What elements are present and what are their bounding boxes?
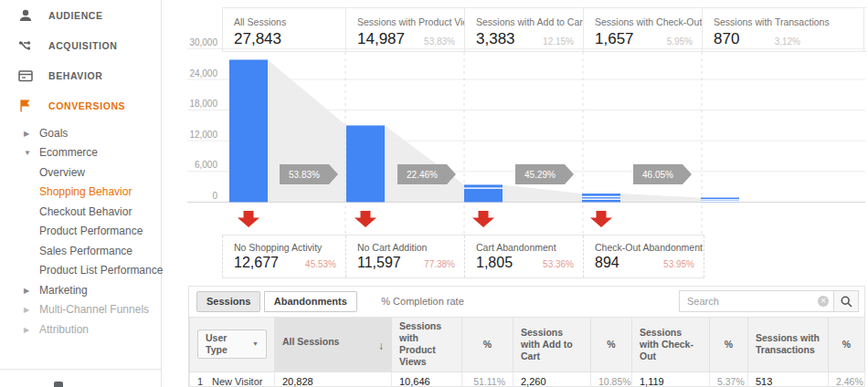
- sidebar-item-behavior[interactable]: BEHAVIOR: [0, 60, 161, 90]
- sidebar-item-marketing[interactable]: ▶ Marketing: [0, 280, 161, 300]
- stage-card-check-out: Sessions with Check-Out 1,6575.95%: [583, 8, 702, 51]
- transactions-cell: 513: [748, 371, 829, 387]
- sidebar-item-multi-channel-funnels[interactable]: ▶ Multi-Channel Funnels: [0, 300, 161, 320]
- column-header-check-out[interactable]: Sessions with Check-Out: [632, 318, 710, 372]
- stage-label: All Sessions: [234, 16, 336, 27]
- pct-cell: 2.46%: [829, 371, 865, 387]
- column-header-user-type[interactable]: User Type▼: [190, 318, 275, 372]
- column-header-pct[interactable]: %: [829, 318, 865, 372]
- red-down-arrow-icon: [590, 211, 612, 227]
- svg-text:24,000: 24,000: [189, 68, 217, 78]
- sidebar-item-acquisition[interactable]: ACQUISITION: [0, 30, 161, 60]
- bar-check-out[interactable]: [582, 194, 620, 202]
- aband-pct: 53.36%: [543, 259, 574, 271]
- transition-badge: 45.29%: [515, 164, 565, 184]
- bar-split-line: [464, 187, 503, 188]
- search-button[interactable]: [834, 290, 859, 312]
- sidebar-item-ecommerce[interactable]: ▼ Ecommerce: [0, 143, 161, 163]
- pct-cell: 51.11%: [462, 371, 513, 387]
- product-views-cell: 10,646: [392, 371, 462, 387]
- abandonments-toggle-button[interactable]: Abandonments: [264, 291, 357, 312]
- chevron-right-icon: ▶: [24, 129, 29, 137]
- sidebar-item-overview[interactable]: Overview: [0, 162, 161, 183]
- search-input[interactable]: [679, 290, 834, 312]
- aband-label: No Cart Addition: [357, 242, 455, 253]
- sidebar-item-shopping-behavior[interactable]: Shopping Behavior: [0, 183, 161, 203]
- bar-all-sessions[interactable]: [229, 59, 268, 202]
- aband-card-cart-abandonment: Cart Abandonment 1,80553.36%: [464, 235, 583, 277]
- stage-card-add-to-cart: Sessions with Add to Cart 3,38312.15%: [464, 8, 583, 51]
- flag-icon: [16, 97, 35, 115]
- chevron-down-icon: ▼: [252, 340, 259, 349]
- user-type-table: User Type▼ All Sessions↓ Sessions with P…: [189, 317, 865, 387]
- transition-badge: 46.05%: [633, 164, 683, 184]
- column-header-product-views[interactable]: Sessions with Product Views: [392, 318, 462, 372]
- bar-product-views[interactable]: [346, 125, 385, 202]
- person-icon: [16, 6, 35, 25]
- sidebar-item-attribution[interactable]: ▶ Attribution: [0, 319, 161, 340]
- stage-label: Sessions with Transactions: [714, 16, 854, 27]
- sidebar-item-audience[interactable]: AUDIENCE: [0, 0, 161, 30]
- chevron-right-icon: ▶: [24, 286, 29, 294]
- transition-badge: 22.46%: [397, 164, 447, 184]
- table-toolbar: Sessions Abandonments % Completion rate …: [189, 287, 864, 317]
- aband-pct: 77.38%: [424, 259, 455, 271]
- collapse-nav-icon[interactable]: [54, 382, 63, 387]
- aband-pct: 45.53%: [305, 259, 336, 271]
- bar-add-to-cart[interactable]: [464, 184, 503, 202]
- stage-card-transactions: Sessions with Transactions 8703.12%: [702, 8, 864, 51]
- abandonment-arrows: [238, 211, 612, 227]
- y-axis-ticks: 30,000 24,000 18,000 12,000 6,000 0: [189, 37, 217, 201]
- sort-desc-icon: ↓: [378, 340, 384, 353]
- gridlines: [187, 48, 865, 234]
- conversions-submenu: ▶ Goals ▼ Ecommerce Overview Shopping Be…: [0, 123, 161, 340]
- acquisition-icon: [16, 37, 35, 55]
- clear-search-icon[interactable]: ✕: [818, 296, 829, 307]
- sidebar-item-product-list-performance[interactable]: Product List Performance: [0, 261, 161, 281]
- stage-pct: 12.15%: [543, 37, 574, 48]
- pct-cell: 10.85%: [591, 371, 632, 387]
- svg-text:6,000: 6,000: [195, 160, 217, 170]
- aband-label: Check-Out Abandonment: [595, 242, 694, 253]
- user-type-dropdown[interactable]: User Type▼: [197, 329, 267, 359]
- sidebar-nav: AUDIENCE ACQUISITION BEHAVIOR CONVERSION…: [0, 0, 162, 387]
- sidebar-item-sales-performance[interactable]: Sales Performance: [0, 241, 161, 261]
- column-header-add-to-cart[interactable]: Sessions with Add to Cart: [513, 318, 591, 372]
- red-down-arrow-icon: [238, 211, 259, 227]
- sidebar-divider: [0, 369, 162, 370]
- bar-split-line: [582, 199, 620, 200]
- aband-value: 1,805: [476, 255, 513, 271]
- red-down-arrow-icon: [472, 211, 494, 227]
- stage-value: 1,657: [595, 30, 634, 48]
- chevron-down-icon: ▼: [24, 149, 31, 157]
- sidebar-item-product-performance[interactable]: Product Performance: [0, 222, 161, 242]
- search-control: ✕: [679, 290, 859, 312]
- completion-rate-label: % Completion rate: [381, 296, 464, 307]
- stage-card-all-sessions: All Sessions 27,843: [222, 8, 345, 51]
- column-header-all-sessions[interactable]: All Sessions↓: [275, 318, 392, 372]
- stage-pct: 53.83%: [424, 37, 455, 48]
- column-header-pct[interactable]: %: [462, 318, 513, 372]
- add-to-cart-cell: 2,260: [513, 371, 591, 387]
- aband-card-no-shopping-activity: No Shopping Activity 12,67745.53%: [222, 235, 345, 277]
- stage-value: 870: [714, 30, 739, 48]
- stage-value: 3,383: [476, 30, 515, 48]
- sidebar-item-label: AUDIENCE: [48, 10, 103, 21]
- bar-transactions[interactable]: [701, 198, 739, 203]
- stage-value: 27,843: [234, 30, 281, 48]
- abandonment-cards: No Shopping Activity 12,67745.53% No Car…: [222, 235, 704, 278]
- column-header-pct[interactable]: %: [591, 318, 632, 372]
- sidebar-item-label: BEHAVIOR: [48, 70, 102, 81]
- svg-text:0: 0: [212, 191, 217, 201]
- sidebar-item-goals[interactable]: ▶ Goals: [0, 123, 161, 143]
- aband-value: 894: [595, 255, 619, 271]
- sidebar-item-checkout-behavior[interactable]: Checkout Behavior: [0, 202, 161, 222]
- stage-card-product-views: Sessions with Product Views 14,98753.83%: [345, 8, 464, 51]
- table-row: 1New Visitor 20,828 10,646 51.11% 2,260 …: [190, 371, 865, 387]
- sidebar-item-conversions[interactable]: CONVERSIONS: [0, 90, 161, 120]
- column-header-pct[interactable]: %: [710, 318, 748, 372]
- chevron-right-icon: ▶: [24, 325, 29, 333]
- aband-label: No Shopping Activity: [234, 242, 336, 253]
- sessions-toggle-button[interactable]: Sessions: [196, 291, 260, 312]
- column-header-transactions[interactable]: Sessions with Transactions: [748, 318, 829, 372]
